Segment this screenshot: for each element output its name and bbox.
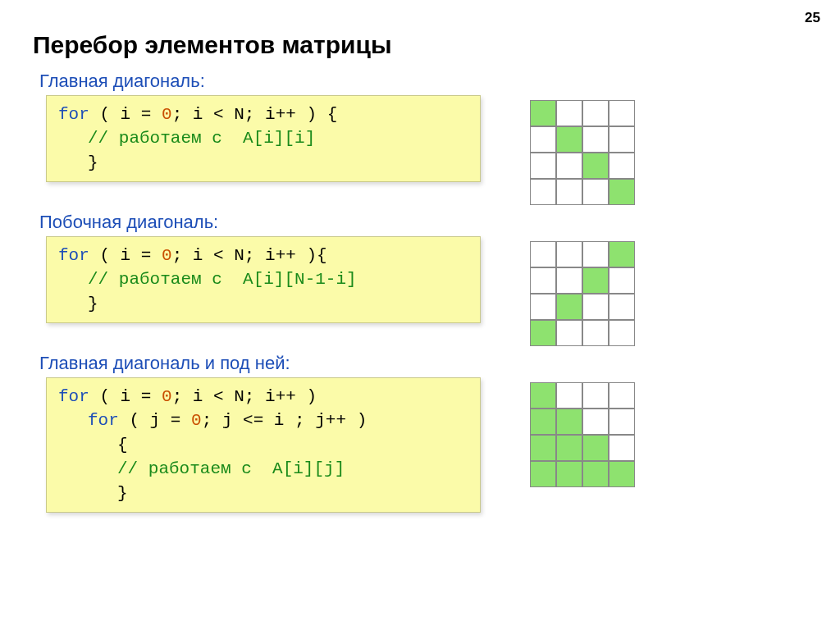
matrix-cell — [609, 294, 635, 320]
code-line: for ( j = 0; j <= i ; j++ ) — [58, 409, 468, 432]
matrix-grid — [530, 382, 635, 487]
matrix-cell — [530, 267, 556, 294]
matrix-cell — [530, 461, 556, 487]
matrix-cell — [582, 461, 609, 487]
matrix-cell — [556, 126, 582, 153]
code-line: } — [58, 292, 468, 316]
section-1: Побочная диагональ:for ( i = 0; i < N; i… — [33, 212, 807, 346]
matrix-cell — [609, 435, 635, 461]
matrix-cell — [556, 179, 582, 205]
matrix-cell — [530, 320, 556, 346]
code-line: // работаем с A[i][i] — [58, 126, 468, 150]
code-box: for ( i = 0; i < N; i++ )for ( j = 0; j … — [46, 377, 481, 513]
matrix-cell — [530, 409, 556, 435]
matrix-cell — [556, 294, 582, 320]
code-line: for ( i = 0; i < N; i++ ) — [58, 385, 468, 409]
code-line: for ( i = 0; i < N; i++ ) { — [58, 103, 468, 126]
page-title: Перебор элементов матрицы — [33, 31, 807, 59]
matrix-cell — [556, 241, 582, 267]
matrix-cell — [582, 409, 609, 435]
matrix-cell — [556, 461, 582, 487]
section-2: Главная диагональ и под ней:for ( i = 0;… — [33, 353, 807, 513]
matrix-cell — [530, 241, 556, 267]
matrix-cell — [556, 100, 582, 126]
matrix-cell — [582, 435, 609, 461]
matrix-cell — [530, 179, 556, 205]
matrix-cell — [609, 409, 635, 435]
matrix-cell — [582, 126, 609, 153]
matrix-cell — [556, 267, 582, 294]
matrix-cell — [556, 435, 582, 461]
section-0: Главная диагональ:for ( i = 0; i < N; i+… — [33, 71, 807, 205]
matrix-cell — [556, 409, 582, 435]
code-line: { — [58, 433, 468, 457]
section-label: Побочная диагональ: — [39, 212, 807, 233]
matrix-cell — [556, 320, 582, 346]
matrix-cell — [530, 126, 556, 153]
matrix-cell — [530, 100, 556, 126]
matrix-cell — [609, 267, 635, 294]
matrix-cell — [609, 100, 635, 126]
code-box: for ( i = 0; i < N; i++ ) {// работаем с… — [46, 95, 481, 182]
matrix-cell — [582, 294, 609, 320]
code-line: } — [58, 482, 468, 505]
matrix-cell — [609, 126, 635, 153]
code-line: // работаем с A[i][j] — [58, 457, 468, 481]
code-line: // работаем с A[i][N-1-i] — [58, 267, 468, 291]
code-box: for ( i = 0; i < N; i++ ){// работаем с … — [46, 236, 481, 323]
matrix-cell — [582, 100, 609, 126]
page-number: 25 — [805, 10, 820, 26]
matrix-cell — [530, 382, 556, 409]
matrix-cell — [582, 267, 609, 294]
matrix-cell — [556, 382, 582, 409]
code-line: for ( i = 0; i < N; i++ ){ — [58, 244, 468, 267]
matrix-cell — [609, 179, 635, 205]
matrix-cell — [530, 153, 556, 179]
matrix-cell — [530, 435, 556, 461]
matrix-cell — [556, 153, 582, 179]
matrix-cell — [582, 382, 609, 409]
matrix-grid — [530, 241, 635, 346]
section-label: Главная диагональ и под ней: — [39, 353, 807, 374]
matrix-cell — [609, 153, 635, 179]
matrix-grid — [530, 100, 635, 205]
section-label: Главная диагональ: — [39, 71, 807, 92]
matrix-cell — [582, 241, 609, 267]
matrix-cell — [582, 179, 609, 205]
matrix-cell — [582, 153, 609, 179]
matrix-cell — [609, 461, 635, 487]
matrix-cell — [609, 382, 635, 409]
matrix-cell — [609, 320, 635, 346]
matrix-cell — [530, 294, 556, 320]
matrix-cell — [609, 241, 635, 267]
code-line: } — [58, 151, 468, 175]
matrix-cell — [582, 320, 609, 346]
